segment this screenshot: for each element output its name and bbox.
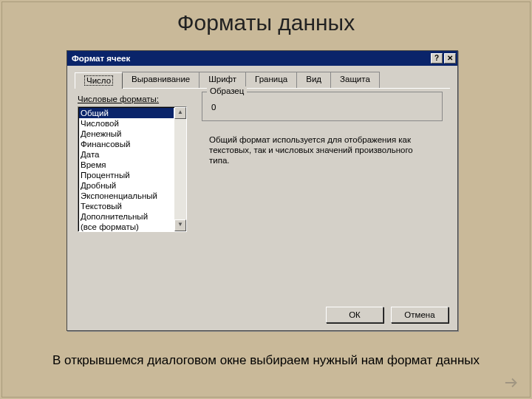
dialog-titlebar[interactable]: Формат ячеек ? ✕: [67, 51, 457, 66]
dialog-title: Формат ячеек: [72, 54, 130, 63]
list-item[interactable]: Дата: [79, 149, 174, 160]
list-item[interactable]: Дополнительный: [79, 211, 174, 222]
list-item[interactable]: (все форматы): [79, 222, 174, 231]
list-item[interactable]: Числовой: [79, 118, 174, 129]
tab-1[interactable]: Выравнивание: [122, 72, 200, 88]
list-item[interactable]: Экспоненциальный: [79, 191, 174, 201]
tabstrip: ЧислоВыравниваниеШрифтГраницаВидЗащита: [67, 66, 457, 88]
scroll-up-button[interactable]: ▲: [174, 107, 186, 119]
format-cells-dialog: Формат ячеек ? ✕ ЧислоВыравниваниеШрифтГ…: [66, 50, 458, 331]
tab-2[interactable]: Шрифт: [199, 72, 246, 88]
list-item[interactable]: Текстовый: [79, 201, 174, 211]
tab-5[interactable]: Защита: [330, 72, 380, 88]
tab-4[interactable]: Вид: [296, 72, 331, 88]
category-listbox[interactable]: ОбщийЧисловойДенежныйФинансовыйДатаВремя…: [78, 106, 187, 232]
scroll-down-button[interactable]: ▼: [174, 219, 186, 231]
tab-3[interactable]: Граница: [245, 72, 297, 88]
slide-caption: В открывшемся диалоговом окне выбираем н…: [0, 353, 532, 368]
cancel-button[interactable]: Отмена: [391, 307, 449, 323]
list-item[interactable]: Процентный: [79, 170, 174, 180]
list-item[interactable]: Финансовый: [79, 139, 174, 149]
list-item[interactable]: Денежный: [79, 129, 174, 139]
list-item[interactable]: Дробный: [79, 180, 174, 191]
sample-value: 0: [211, 103, 216, 112]
sample-groupbox: Образец 0: [202, 92, 443, 121]
close-button[interactable]: ✕: [444, 53, 456, 64]
format-description: Общий формат используется для отображени…: [209, 134, 431, 166]
next-slide-icon[interactable]: [504, 375, 520, 390]
help-button[interactable]: ?: [431, 53, 443, 64]
category-label: Числовые форматы:: [78, 95, 159, 103]
list-item[interactable]: Время: [79, 160, 174, 170]
tab-panel-number: Числовые форматы: ОбщийЧисловойДенежныйФ…: [75, 88, 450, 307]
ok-button[interactable]: ОК: [326, 307, 383, 323]
list-item[interactable]: Общий: [79, 108, 174, 118]
tab-0[interactable]: Число: [75, 72, 123, 89]
scrollbar[interactable]: ▲ ▼: [174, 107, 186, 231]
sample-legend: Образец: [207, 86, 247, 95]
dialog-footer: ОК Отмена: [326, 307, 449, 323]
